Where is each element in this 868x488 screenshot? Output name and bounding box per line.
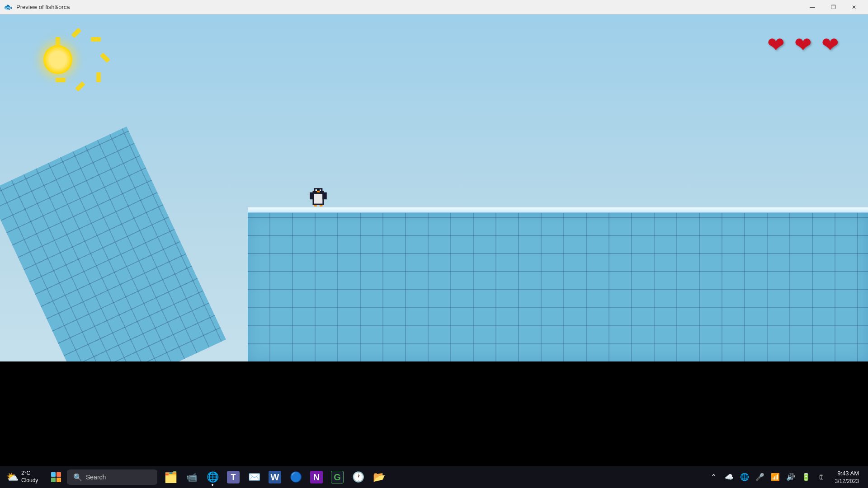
ice-wall: [248, 213, 868, 361]
network-icon: 🌐: [740, 473, 749, 481]
system-tray: ⌃ ☁️ 🌐 🎤 📶 🔊 🔋 🗓 9:43 AM 3/12/2023: [703, 469, 868, 485]
wifi-icon: 📶: [771, 473, 780, 481]
windows-logo: [51, 472, 61, 482]
mic-icon: 🎤: [755, 473, 764, 481]
weather-text: 2°C Cloudy: [21, 470, 38, 484]
hearts-container: ❤ ❤ ❤: [765, 35, 841, 55]
heart-3: ❤: [819, 35, 841, 55]
search-area[interactable]: 🔍 Search: [67, 469, 157, 485]
chevron-icon: ⌃: [711, 473, 717, 481]
clock-date: 3/12/2023: [835, 478, 859, 485]
temperature: 2°C: [21, 470, 38, 477]
onedrive-icon: ☁️: [725, 473, 734, 481]
edge2-icon: 🔵: [290, 471, 302, 483]
search-icon: 🔍: [73, 473, 82, 482]
svg-rect-5: [316, 189, 317, 191]
tray-notification[interactable]: 🗓: [815, 471, 828, 483]
taskbar-app-teams-meet[interactable]: 📹: [182, 467, 202, 487]
search-label: Search: [86, 474, 106, 481]
edge-icon: 🌐: [207, 471, 219, 483]
tray-mic[interactable]: 🎤: [754, 471, 766, 483]
svg-rect-4: [320, 189, 321, 191]
start-button[interactable]: [45, 466, 67, 488]
tray-chevron[interactable]: ⌃: [708, 471, 720, 483]
svg-rect-9: [314, 205, 317, 206]
weather-icon: ⛅: [6, 471, 19, 483]
taskbar-app-teams[interactable]: T: [223, 467, 243, 487]
svg-rect-6: [317, 191, 320, 192]
platform-snow: [248, 207, 868, 213]
titlebar-left: 🐟 Preview of fish&orca: [4, 3, 70, 11]
minimize-button[interactable]: —: [802, 0, 823, 14]
taskbar-app-mail[interactable]: ✉️: [244, 467, 264, 487]
taskbar-app-clock[interactable]: 🕐: [348, 467, 368, 487]
maximize-button[interactable]: ❐: [823, 0, 844, 14]
taskbar-app-edge[interactable]: 🌐: [203, 467, 222, 487]
titlebar: 🐟 Preview of fish&orca — ❐ ✕: [0, 0, 868, 14]
svg-rect-1: [314, 194, 323, 204]
taskbar-app-g[interactable]: G: [327, 467, 347, 487]
sun-core: [43, 45, 72, 74]
file-explorer-icon: 🗂️: [164, 471, 178, 483]
game-area[interactable]: ❤ ❤ ❤: [0, 14, 868, 361]
taskbar-app-edge2[interactable]: 🔵: [286, 467, 306, 487]
pinned-apps: 🗂️ 📹 🌐 T ✉️ W 🔵 N G 🕐: [161, 467, 389, 487]
ice-block-pattern: [248, 213, 868, 361]
tray-onedrive[interactable]: ☁️: [723, 471, 736, 483]
onenote-icon: N: [310, 471, 323, 483]
taskbar-app-file-explorer[interactable]: 🗂️: [161, 467, 181, 487]
files-icon: 📂: [373, 471, 385, 483]
close-button[interactable]: ✕: [844, 0, 864, 14]
heart-1: ❤: [765, 35, 787, 55]
notification-icon: 🗓: [818, 474, 825, 481]
app-icon: 🐟: [4, 3, 13, 11]
heart-2: ❤: [792, 35, 814, 55]
taskbar-app-files[interactable]: 📂: [369, 467, 389, 487]
window-controls[interactable]: — ❐ ✕: [802, 0, 864, 14]
condition: Cloudy: [21, 477, 38, 484]
battery-icon: 🔋: [802, 473, 811, 481]
speaker-icon: 🔊: [786, 473, 795, 481]
word-icon: W: [269, 471, 281, 483]
svg-rect-8: [322, 192, 326, 200]
tray-speaker[interactable]: 🔊: [784, 471, 797, 483]
weather-widget[interactable]: ⛅ 2°C Cloudy: [0, 470, 45, 484]
penguin-character: [307, 185, 330, 208]
tray-wifi[interactable]: 📶: [769, 471, 782, 483]
taskbar-app-onenote[interactable]: N: [307, 467, 326, 487]
svg-rect-7: [310, 192, 314, 200]
taskbar-app-word[interactable]: W: [265, 467, 285, 487]
clock-time: 9:43 AM: [835, 469, 859, 478]
g-app-icon: G: [331, 471, 344, 483]
sun: [35, 37, 80, 82]
app-active-dot: [212, 484, 213, 486]
teams-meet-icon: 📹: [186, 472, 198, 483]
svg-rect-10: [320, 205, 322, 206]
clock[interactable]: 9:43 AM 3/12/2023: [830, 469, 863, 485]
clock-app-icon: 🕐: [352, 471, 364, 483]
mail-icon: ✉️: [248, 471, 260, 483]
taskbar: ⛅ 2°C Cloudy 🔍 Search 🗂️ 📹 🌐: [0, 466, 868, 488]
teams-icon: T: [227, 471, 240, 483]
tray-network[interactable]: 🌐: [738, 471, 751, 483]
tray-battery[interactable]: 🔋: [800, 471, 812, 483]
window-title: Preview of fish&orca: [16, 4, 70, 10]
